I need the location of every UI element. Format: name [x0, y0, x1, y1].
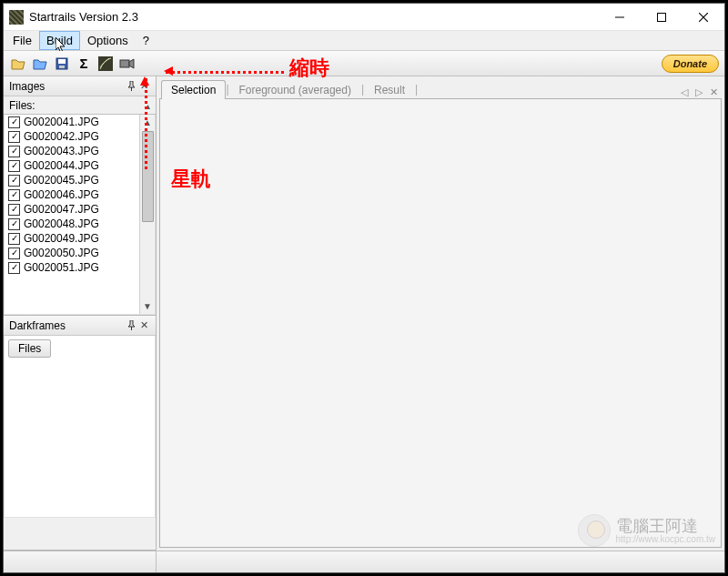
checkbox-checked-icon[interactable]: [8, 233, 20, 245]
video-icon[interactable]: [118, 55, 136, 73]
donate-button[interactable]: Donate: [662, 55, 719, 73]
open-folder-icon[interactable]: [9, 55, 27, 73]
file-row[interactable]: G0020044.JPG: [5, 158, 155, 173]
checkbox-checked-icon[interactable]: [8, 189, 20, 201]
tab-separator: |: [415, 83, 418, 96]
checkbox-checked-icon[interactable]: [8, 146, 20, 157]
startrails-icon[interactable]: [96, 55, 115, 73]
toolbar: Σ Donate: [4, 51, 724, 76]
maximize-button[interactable]: [641, 4, 682, 31]
file-name: G0020041.JPG: [24, 116, 99, 128]
tab-foreground[interactable]: Foreground (averaged): [229, 80, 361, 99]
statusbar-cell: [4, 551, 157, 572]
checkbox-checked-icon[interactable]: [8, 204, 20, 216]
scroll-up-icon[interactable]: ▲: [140, 115, 155, 130]
left-sidebar: Images ✕ Files: ▴ G0020041.JPGG0020042.J…: [4, 76, 157, 551]
tab-close-icon[interactable]: ✕: [706, 86, 722, 98]
close-button[interactable]: [682, 4, 724, 31]
svg-rect-8: [120, 60, 129, 67]
file-name: G0020049.JPG: [24, 232, 99, 245]
svg-rect-5: [58, 59, 66, 64]
tab-next-icon[interactable]: ▷: [692, 86, 706, 98]
sigma-icon[interactable]: Σ: [75, 55, 93, 73]
files-list[interactable]: G0020041.JPGG0020042.JPGG0020043.JPGG002…: [4, 115, 156, 315]
checkbox-checked-icon[interactable]: [8, 218, 20, 230]
app-icon: [9, 10, 24, 25]
file-name: G0020046.JPG: [24, 188, 99, 201]
files-label: Files:: [9, 99, 35, 112]
checkbox-checked-icon[interactable]: [8, 116, 20, 128]
images-panel: Images ✕ Files: ▴ G0020041.JPGG0020042.J…: [4, 76, 156, 316]
window-title: Startrails Version 2.3: [29, 10, 138, 24]
save-icon[interactable]: [53, 55, 71, 73]
file-name: G0020050.JPG: [24, 247, 99, 259]
checkbox-checked-icon[interactable]: [8, 248, 20, 259]
tab-result[interactable]: Result: [364, 80, 415, 99]
file-name: G0020047.JPG: [24, 203, 99, 216]
menu-build[interactable]: Build: [39, 31, 80, 50]
file-row[interactable]: G0020045.JPG: [5, 173, 155, 187]
darkframes-panel: Darkframes ✕ Files: [4, 316, 156, 551]
file-row[interactable]: G0020043.JPG: [5, 144, 155, 158]
menu-help[interactable]: ?: [136, 31, 157, 50]
scroll-down-icon[interactable]: ▼: [140, 298, 155, 314]
darkframes-panel-header: Darkframes ✕: [4, 316, 156, 336]
file-name: G0020044.JPG: [24, 159, 99, 172]
pin-icon[interactable]: [125, 80, 137, 93]
file-row[interactable]: G0020042.JPG: [5, 129, 155, 144]
images-panel-header: Images ✕: [4, 76, 156, 96]
close-icon[interactable]: ✕: [137, 80, 150, 93]
file-row[interactable]: G0020050.JPG: [5, 246, 155, 260]
svg-line-2: [699, 13, 708, 22]
tab-selection[interactable]: Selection: [161, 80, 226, 99]
checkbox-checked-icon[interactable]: [8, 262, 20, 274]
checkbox-checked-icon[interactable]: [8, 160, 20, 172]
tabstrip: Selection | Foreground (averaged) | Resu…: [159, 79, 722, 99]
titlebar: Startrails Version 2.3: [4, 4, 724, 31]
open-folder-blue-icon[interactable]: [31, 55, 49, 73]
file-name: G0020048.JPG: [24, 217, 99, 230]
menu-options[interactable]: Options: [80, 31, 136, 50]
file-name: G0020051.JPG: [24, 261, 99, 274]
svg-line-3: [699, 13, 708, 22]
files-scrollbar[interactable]: ▲ ▼: [139, 115, 155, 314]
file-row[interactable]: G0020048.JPG: [5, 217, 155, 231]
chevron-up-icon[interactable]: ▴: [146, 101, 150, 111]
svg-rect-1: [658, 14, 666, 22]
file-row[interactable]: G0020041.JPG: [5, 115, 155, 129]
scroll-thumb[interactable]: [142, 131, 154, 222]
file-row[interactable]: G0020047.JPG: [5, 202, 155, 217]
darkframes-files-button[interactable]: Files: [8, 339, 51, 358]
darkframes-body: Files: [4, 336, 156, 518]
menu-file[interactable]: File: [5, 31, 39, 50]
donate-label: Donate: [673, 58, 707, 69]
file-row[interactable]: G0020051.JPG: [5, 260, 155, 275]
checkbox-checked-icon[interactable]: [8, 175, 20, 187]
darkframes-panel-title: Darkframes: [9, 319, 66, 332]
menu-build-label: Build: [46, 34, 73, 47]
content-area: [159, 99, 722, 548]
checkbox-checked-icon[interactable]: [8, 131, 20, 143]
files-label-row: Files: ▴: [4, 96, 156, 115]
file-row[interactable]: G0020049.JPG: [5, 231, 155, 246]
images-panel-title: Images: [9, 80, 45, 93]
pin-icon[interactable]: [125, 319, 137, 332]
file-row[interactable]: G0020046.JPG: [5, 187, 155, 202]
file-name: G0020042.JPG: [24, 130, 99, 143]
statusbar: [4, 551, 724, 572]
tab-prev-icon[interactable]: ◁: [677, 86, 692, 98]
right-area: Selection | Foreground (averaged) | Resu…: [157, 76, 724, 551]
minimize-button[interactable]: [599, 4, 641, 31]
file-name: G0020043.JPG: [24, 145, 99, 157]
menubar: File Build Options ?: [4, 31, 724, 51]
svg-rect-6: [59, 66, 65, 68]
file-name: G0020045.JPG: [24, 174, 99, 187]
close-icon[interactable]: ✕: [137, 319, 150, 332]
